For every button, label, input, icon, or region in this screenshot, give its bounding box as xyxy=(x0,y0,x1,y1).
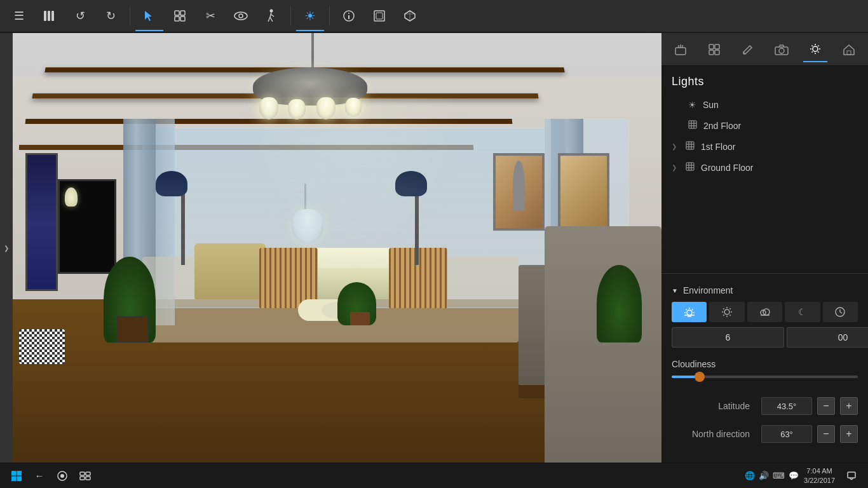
sun-light-icon: ☀ xyxy=(688,100,696,110)
environment-header[interactable]: ▼ Environment xyxy=(661,281,868,302)
scissors-button[interactable]: ✂ xyxy=(196,2,224,30)
separator-2 xyxy=(290,6,291,25)
env-tab-clock[interactable] xyxy=(823,302,858,322)
hamburger-icon: ☰ xyxy=(14,9,24,23)
panel-edit-button[interactable] xyxy=(736,37,760,62)
cloudiness-label: Cloudiness xyxy=(672,359,858,369)
svg-line-74 xyxy=(730,315,731,315)
main-area: ❯ xyxy=(0,33,868,463)
lights-section: Lights ☀ Sun xyxy=(661,66,868,178)
env-tab-sunrise[interactable] xyxy=(672,302,707,322)
time-inputs xyxy=(661,327,868,348)
svg-rect-91 xyxy=(80,477,85,480)
3d-cube-button[interactable] xyxy=(396,2,424,30)
svg-point-68 xyxy=(724,309,729,315)
home-tool-icon xyxy=(843,43,855,56)
action-center-icon xyxy=(847,471,856,480)
painting-figure xyxy=(513,161,524,212)
chandelier-globe-4 xyxy=(345,98,362,117)
panel-hand-button[interactable] xyxy=(668,37,693,62)
cloudiness-slider[interactable] xyxy=(672,376,858,378)
painting-left xyxy=(25,153,58,290)
window-view-button[interactable] xyxy=(365,2,393,30)
select-cursor-button[interactable] xyxy=(135,2,163,30)
env-tab-cloudy[interactable] xyxy=(747,302,782,322)
latitude-increase-button[interactable]: + xyxy=(840,397,858,415)
taskbar-back-button[interactable]: ← xyxy=(28,464,51,487)
library-button[interactable] xyxy=(36,2,64,30)
svg-rect-4 xyxy=(175,11,179,15)
network-tray-icon[interactable]: 🌐 xyxy=(745,471,755,480)
1st-floor-label: 1st Floor xyxy=(701,142,735,152)
light-item-ground-floor[interactable]: ❯ Ground Floor xyxy=(661,157,868,178)
environment-title: Environment xyxy=(683,285,733,295)
svg-line-73 xyxy=(723,308,724,309)
panel-camera-button[interactable] xyxy=(770,37,794,62)
svg-rect-23 xyxy=(675,48,686,55)
cloudiness-thumb[interactable] xyxy=(695,372,705,382)
north-direction-increase-button[interactable]: + xyxy=(840,425,858,443)
ground-floor-chevron: ❯ xyxy=(672,164,677,171)
lights-title: Lights xyxy=(661,66,868,95)
panel-light-button[interactable] xyxy=(803,37,827,62)
info-button[interactable] xyxy=(335,2,363,30)
svg-line-82 xyxy=(840,312,842,313)
keyboard-tray-icon[interactable]: ⌨ xyxy=(773,471,785,480)
walk-icon xyxy=(266,9,277,23)
left-panel-toggle[interactable]: ❯ xyxy=(0,33,13,463)
walk-button[interactable] xyxy=(257,2,285,30)
cloudy-icon xyxy=(759,307,771,317)
latitude-decrease-button[interactable]: − xyxy=(817,397,835,415)
cube-icon xyxy=(403,10,416,22)
redo-button[interactable]: ↻ xyxy=(97,2,125,30)
chandelier-globe-2 xyxy=(288,99,306,119)
north-direction-decrease-button[interactable]: − xyxy=(817,425,835,443)
wall-lamp-left xyxy=(65,187,78,207)
svg-rect-5 xyxy=(180,11,185,15)
panel-home-button[interactable] xyxy=(837,37,861,62)
armchair-left xyxy=(194,243,266,299)
svg-line-75 xyxy=(730,308,731,309)
svg-point-35 xyxy=(813,46,818,51)
action-center-button[interactable] xyxy=(840,464,863,487)
room-scene xyxy=(13,33,661,463)
3d-viewport[interactable] xyxy=(13,33,661,463)
view-button[interactable] xyxy=(227,2,255,30)
taskbar-clock[interactable]: 7:04 AM 3/22/2017 xyxy=(804,466,835,485)
panel-build-button[interactable] xyxy=(702,37,726,62)
objects-button[interactable] xyxy=(166,2,194,30)
windows-start-button[interactable] xyxy=(5,464,28,487)
notification-tray-icon[interactable]: 💬 xyxy=(789,471,799,480)
hamburger-menu-button[interactable]: ☰ xyxy=(5,2,33,30)
library-icon xyxy=(43,9,57,23)
light-tool-icon xyxy=(808,43,822,57)
north-direction-input[interactable] xyxy=(761,425,812,443)
svg-rect-90 xyxy=(86,472,90,475)
env-tab-sun[interactable] xyxy=(709,302,744,322)
light-item-2nd-floor[interactable]: 2nd Floor xyxy=(661,115,868,136)
light-item-sun[interactable]: ☀ Sun xyxy=(661,95,868,115)
volume-tray-icon[interactable]: 🔊 xyxy=(759,471,769,480)
time-hour-input[interactable] xyxy=(672,327,784,348)
svg-line-14 xyxy=(271,15,274,17)
floor-lamp-left-pole xyxy=(181,187,185,265)
sun-lighting-button[interactable]: ☀ xyxy=(296,2,324,30)
light-item-1st-floor[interactable]: ❯ 1st Floor xyxy=(661,136,868,157)
svg-line-76 xyxy=(723,315,724,315)
undo-button[interactable]: ↺ xyxy=(66,2,94,30)
svg-rect-28 xyxy=(715,44,719,49)
svg-rect-45 xyxy=(689,121,696,128)
latitude-label: Latitude xyxy=(672,401,756,411)
svg-rect-83 xyxy=(11,471,17,476)
plant-right xyxy=(597,265,642,342)
svg-rect-7 xyxy=(180,17,185,21)
time-minute-input[interactable] xyxy=(787,327,868,348)
right-panel: Lights ☀ Sun xyxy=(661,33,868,463)
svg-rect-86 xyxy=(17,476,22,481)
taskbar-task-view-button[interactable] xyxy=(74,464,97,487)
latitude-input[interactable] xyxy=(761,397,812,415)
env-tab-night[interactable]: ☾ xyxy=(785,302,820,322)
floor-plan-icon-2 xyxy=(688,120,697,131)
svg-rect-0 xyxy=(44,11,46,21)
taskbar-cortana-button[interactable] xyxy=(51,464,74,487)
